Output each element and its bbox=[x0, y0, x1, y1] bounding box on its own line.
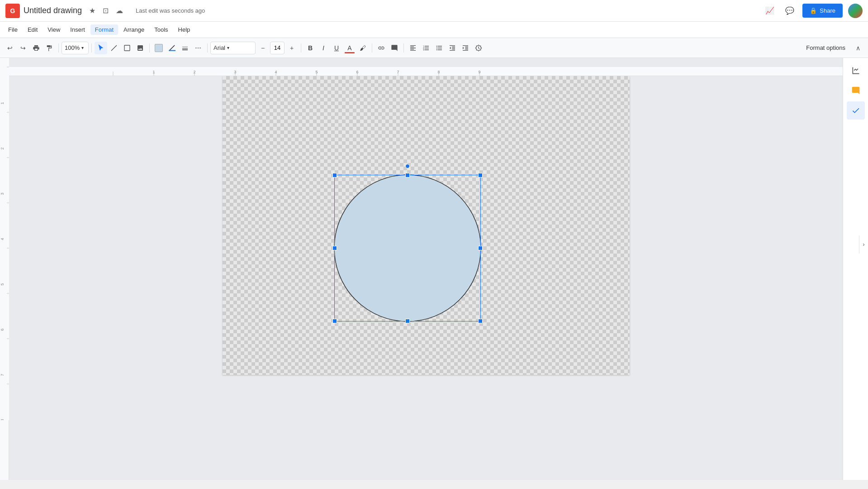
menu-format[interactable]: Format bbox=[90, 24, 118, 35]
image-tool[interactable] bbox=[134, 42, 147, 54]
zoom-arrow: ▾ bbox=[81, 45, 84, 50]
line-tool[interactable] bbox=[108, 42, 120, 54]
font-size-input[interactable] bbox=[270, 42, 285, 54]
app-logo-letter: G bbox=[10, 7, 15, 14]
bullet-list-button[interactable] bbox=[433, 42, 446, 54]
svg-text:2: 2 bbox=[0, 147, 5, 149]
print-button[interactable] bbox=[30, 42, 43, 54]
sep2 bbox=[91, 43, 92, 53]
menu-arrange[interactable]: Arrange bbox=[119, 24, 149, 35]
history-group: ↩ ↪ bbox=[4, 42, 56, 54]
svg-text:4: 4 bbox=[0, 238, 5, 240]
svg-rect-3 bbox=[169, 50, 175, 51]
link-button[interactable] bbox=[375, 42, 388, 54]
font-family-dropdown[interactable]: Arial ▾ bbox=[210, 42, 256, 54]
menu-tools[interactable]: Tools bbox=[150, 24, 172, 35]
activity-icon[interactable]: 📈 bbox=[763, 4, 777, 18]
tasks-panel-icon[interactable] bbox=[847, 101, 865, 120]
svg-text:7: 7 bbox=[0, 374, 5, 376]
menu-help[interactable]: Help bbox=[174, 24, 195, 35]
main-content: 1 2 3 4 5 6 7 8 1 2 3 4 bbox=[0, 58, 868, 480]
sep6 bbox=[372, 43, 372, 53]
font-size-plus[interactable]: + bbox=[285, 42, 298, 54]
share-label: Share bbox=[820, 7, 835, 14]
drawing-canvas[interactable] bbox=[223, 76, 630, 375]
sep3 bbox=[149, 43, 150, 53]
comments-icon[interactable]: 💬 bbox=[783, 4, 797, 18]
line-weight-button[interactable] bbox=[179, 42, 191, 54]
sep1 bbox=[58, 43, 59, 53]
highlight-button[interactable]: 🖌 bbox=[356, 42, 369, 54]
left-ruler: 1 2 3 4 5 6 7 8 bbox=[0, 58, 9, 480]
menu-file[interactable]: File bbox=[4, 24, 22, 35]
svg-text:6: 6 bbox=[0, 328, 5, 331]
ellipse-shape bbox=[334, 175, 481, 321]
indent-decrease-button[interactable] bbox=[446, 42, 459, 54]
numbered-list-button[interactable] bbox=[420, 42, 432, 54]
svg-line-2 bbox=[169, 45, 175, 51]
paint-format-button[interactable] bbox=[43, 42, 56, 54]
svg-text:5: 5 bbox=[0, 283, 5, 285]
tools-group bbox=[95, 42, 147, 54]
undo-button[interactable]: ↩ bbox=[4, 42, 16, 54]
expand-panel-button[interactable]: › bbox=[859, 235, 868, 254]
comment-button[interactable] bbox=[388, 42, 401, 54]
font-family-label: Arial bbox=[213, 44, 225, 51]
bold-button[interactable]: B bbox=[304, 42, 317, 54]
align-button[interactable] bbox=[407, 42, 419, 54]
header-right: 📈 💬 🔒 Share bbox=[763, 4, 863, 18]
menu-insert[interactable]: Insert bbox=[66, 24, 90, 35]
expand-panel-icon: › bbox=[863, 241, 865, 248]
fill-color-button[interactable] bbox=[152, 42, 165, 54]
menu-edit[interactable]: Edit bbox=[23, 24, 42, 35]
svg-line-0 bbox=[111, 45, 117, 51]
doc-title[interactable]: Untitled drawing bbox=[24, 6, 82, 15]
paragraph-group bbox=[407, 42, 485, 54]
italic-button[interactable]: I bbox=[317, 42, 330, 54]
toolbar: ↩ ↪ 100% ▾ bbox=[0, 38, 868, 58]
font-family-arrow: ▾ bbox=[227, 45, 229, 50]
font-size-area: − + bbox=[256, 42, 298, 54]
line-dash-button[interactable] bbox=[192, 42, 204, 54]
star-icon[interactable]: ★ bbox=[87, 5, 97, 16]
sep5 bbox=[301, 43, 301, 53]
svg-rect-27 bbox=[9, 67, 843, 76]
collapse-toolbar-button[interactable]: ∧ bbox=[852, 42, 864, 54]
title-bar: G Untitled drawing ★ ⊡ ☁ Last edit was s… bbox=[0, 0, 868, 22]
line-color-button[interactable] bbox=[166, 42, 178, 54]
svg-text:1: 1 bbox=[0, 102, 5, 104]
font-size-minus[interactable]: − bbox=[256, 42, 269, 54]
indent-increase-button[interactable] bbox=[459, 42, 472, 54]
app-logo: G bbox=[5, 4, 20, 18]
cloud-icon[interactable]: ☁ bbox=[114, 5, 125, 16]
format-options-button[interactable]: Format options bbox=[801, 43, 851, 53]
zoom-level: 100% bbox=[65, 44, 80, 51]
svg-rect-1 bbox=[124, 45, 130, 51]
sep7 bbox=[403, 43, 404, 53]
activity-panel-icon[interactable] bbox=[847, 62, 865, 80]
zoom-dropdown[interactable]: 100% ▾ bbox=[62, 42, 89, 54]
user-avatar[interactable] bbox=[848, 4, 863, 18]
shape-tool[interactable] bbox=[121, 42, 133, 54]
canvas-area[interactable] bbox=[9, 67, 843, 480]
comments-panel-icon[interactable] bbox=[847, 82, 865, 100]
svg-text:3: 3 bbox=[0, 192, 5, 195]
text-color-button[interactable]: A bbox=[343, 42, 356, 54]
last-edit: Last edit was seconds ago bbox=[136, 7, 759, 14]
underline-button[interactable]: U bbox=[330, 42, 343, 54]
format-options-label: Format options bbox=[806, 44, 845, 51]
right-panel bbox=[843, 58, 868, 480]
style-group bbox=[152, 42, 204, 54]
share-button[interactable]: 🔒 Share bbox=[802, 4, 843, 18]
canvas-svg bbox=[223, 76, 630, 375]
share-lock-icon: 🔒 bbox=[810, 7, 817, 14]
menu-bar: File Edit View Insert Format Arrange Too… bbox=[0, 22, 868, 38]
link-group bbox=[375, 42, 401, 54]
select-tool[interactable] bbox=[95, 42, 107, 54]
text-format-group: B I U A 🖌 bbox=[304, 42, 369, 54]
clear-formatting-button[interactable] bbox=[472, 42, 485, 54]
redo-button[interactable]: ↪ bbox=[17, 42, 29, 54]
menu-view[interactable]: View bbox=[43, 24, 65, 35]
sep4 bbox=[207, 43, 208, 53]
folder-icon[interactable]: ⊡ bbox=[101, 5, 110, 16]
